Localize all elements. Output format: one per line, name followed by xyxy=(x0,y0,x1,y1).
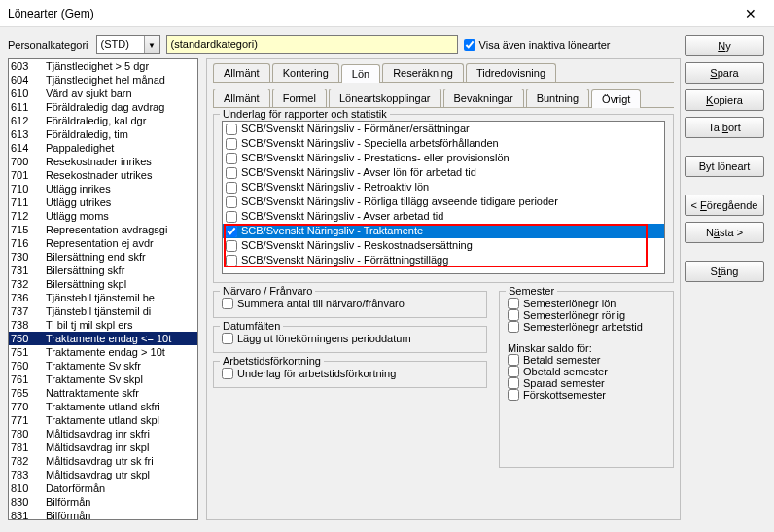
close-icon[interactable]: ✕ xyxy=(731,1,770,26)
list-item[interactable]: 761Traktamente Sv skpl xyxy=(9,372,197,386)
right-panel: AllmäntKonteringLönReseräkningTidredovis… xyxy=(206,58,681,520)
tab-löneartskopplingar[interactable]: Löneartskopplingar xyxy=(329,89,441,107)
semester-fieldset: Semester Semesterlönegr lönSemesterlöneg… xyxy=(499,291,674,468)
category-desc: (standardkategori) xyxy=(166,35,458,54)
chevron-down-icon[interactable]: ▼ xyxy=(144,36,159,53)
checklist-row[interactable]: SCB/Svenskt Näringsliv - Retroaktiv lön xyxy=(223,180,664,195)
minskar-checkbox[interactable]: Förskottsemester xyxy=(508,389,665,401)
checklist-row[interactable]: SCB/Svenskt Näringsliv - Reskostnadsersä… xyxy=(223,238,664,253)
list-item[interactable]: 700Resekostnader inrikes xyxy=(9,155,197,168)
list-item[interactable]: 610Vård av sjukt barn xyxy=(9,87,197,100)
narvaro-fieldset: Närvaro / Frånvaro Summera antal till nä… xyxy=(213,291,487,318)
list-item[interactable]: 782Måltidsavdrag utr sk fri xyxy=(9,454,197,468)
foregaende-button[interactable]: < Föregående xyxy=(685,195,764,216)
personalkat-dropdown[interactable]: (STD) ▼ xyxy=(96,35,160,54)
list-item[interactable]: 830Bilförmån xyxy=(9,495,197,509)
tab-tidredovisning[interactable]: Tidredovisning xyxy=(466,63,556,82)
semester-checkbox[interactable]: Semesterlönegr rörlig xyxy=(508,309,665,321)
list-item[interactable]: 783Måltidsavdrag utr skpl xyxy=(9,468,197,481)
kopiera-button[interactable]: Kopiera xyxy=(685,89,764,111)
checklist-row[interactable]: SCB/Svenskt Näringsliv - Avser lön för a… xyxy=(223,165,664,180)
list-item[interactable]: 738Ti bil tj mil skpl ers xyxy=(9,318,197,332)
list-item[interactable]: 765Nattraktamente skfr xyxy=(9,386,197,400)
list-item[interactable]: 711Utlägg utrikes xyxy=(9,195,197,209)
list-item[interactable]: 611Föräldraledig dag avdrag xyxy=(9,100,197,114)
underlag-checklist[interactable]: SCB/Svenskt Näringsliv - Förmåner/ersätt… xyxy=(222,121,665,274)
tab-buntning[interactable]: Buntning xyxy=(526,89,589,107)
spara-button[interactable]: Spara xyxy=(685,62,764,84)
semester-checkbox[interactable]: Semesterlönegr lön xyxy=(508,298,665,309)
list-item[interactable]: 780Måltidsavdrag inr skfri xyxy=(9,427,197,441)
list-item[interactable]: 730Bilersättning end skfr xyxy=(9,250,197,264)
checklist-row[interactable]: SCB/Svenskt Näringsliv - Avser arbetad t… xyxy=(223,209,664,224)
checklist-row[interactable]: SCB/Svenskt Näringsliv - Speciella arbet… xyxy=(223,136,664,151)
datum-checkbox[interactable]: Lägg ut lönekörningens perioddatum xyxy=(222,333,478,344)
list-item[interactable]: 771Traktamente utland skpl xyxy=(9,413,197,427)
tab-formel[interactable]: Formel xyxy=(272,89,327,107)
list-item[interactable]: 736Tjänstebil tjänstemil be xyxy=(9,291,197,304)
ny-button[interactable]: Ny xyxy=(685,35,764,56)
bytloneart-button[interactable]: Byt löneart xyxy=(685,156,764,177)
top-row: Personalkategori (STD) ▼ (standardkatego… xyxy=(0,27,774,58)
list-item[interactable]: 731Bilersättning skfr xyxy=(9,264,197,277)
list-item[interactable]: 810Datorförmån xyxy=(9,481,197,495)
underlag-fieldset: Underlag för rapporter och statistik SCB… xyxy=(213,114,674,283)
checklist-row[interactable]: SCB/Svenskt Näringsliv - Förmåner/ersätt… xyxy=(223,122,664,136)
checklist-row[interactable]: SCB/Svenskt Näringsliv - Rörliga tillägg… xyxy=(223,195,664,209)
minskar-label: Minskar saldo för: xyxy=(508,342,665,354)
side-buttons: Ny Spara Kopiera Ta bort Byt löneart < F… xyxy=(685,35,764,282)
list-item[interactable]: 716Representation ej avdr xyxy=(9,236,197,250)
narvaro-checkbox[interactable]: Summera antal till närvaro/frånvaro xyxy=(222,298,478,309)
tab-reseräkning[interactable]: Reseräkning xyxy=(382,63,464,82)
tabs-secondary: AllmäntFormelLöneartskopplingarBevakning… xyxy=(213,89,674,108)
list-item[interactable]: 737Tjänstebil tjänstemil di xyxy=(9,304,197,318)
minskar-checkbox[interactable]: Sparad semester xyxy=(508,377,665,389)
tab-kontering[interactable]: Kontering xyxy=(272,63,339,82)
list-item[interactable]: 701Resekostnader utrikes xyxy=(9,168,197,182)
minskar-checkbox[interactable]: Obetald semester xyxy=(508,366,665,377)
nasta-button[interactable]: Nästa > xyxy=(685,222,764,243)
tabort-button[interactable]: Ta bort xyxy=(685,117,764,138)
window-title: Lönearter (Gem) xyxy=(8,7,94,20)
list-item[interactable]: 604Tjänstledighet hel månad xyxy=(9,73,197,87)
semester-checkbox[interactable]: Semesterlönegr arbetstid xyxy=(508,321,665,333)
tab-bevakningar[interactable]: Bevakningar xyxy=(443,89,524,107)
list-item[interactable]: 751Traktamente endag > 10t xyxy=(9,345,197,359)
list-item[interactable]: 831Bilförmån xyxy=(9,509,197,520)
stang-button[interactable]: Stäng xyxy=(685,261,764,282)
list-item[interactable]: 750Traktamente endag <= 10t xyxy=(9,332,197,345)
tab-allmänt[interactable]: Allmänt xyxy=(213,63,270,82)
personalkat-label: Personalkategori xyxy=(8,39,88,51)
list-item[interactable]: 612Föräldraledig, kal dgr xyxy=(9,114,197,127)
minskar-checkbox[interactable]: Betald semester xyxy=(508,354,665,366)
list-item[interactable]: 770Traktamente utland skfri xyxy=(9,400,197,413)
list-item[interactable]: 603Tjänstledighet > 5 dgr xyxy=(9,59,197,73)
show-inactive-checkbox[interactable]: Visa även inaktiva lönearter xyxy=(464,39,611,51)
titlebar: Lönearter (Gem) ✕ xyxy=(0,0,774,27)
list-item[interactable]: 613Föräldraledig, tim xyxy=(9,127,197,141)
checklist-row[interactable]: SCB/Svenskt Näringsliv - Förrättningstil… xyxy=(223,253,664,267)
list-item[interactable]: 760Traktamente Sv skfr xyxy=(9,359,197,372)
tabs-primary: AllmäntKonteringLönReseräkningTidredovis… xyxy=(213,63,674,83)
loneart-list[interactable]: 603Tjänstledighet > 5 dgr604Tjänstledigh… xyxy=(8,58,198,520)
list-item[interactable]: 710Utlägg inrikes xyxy=(9,182,197,195)
checklist-row[interactable]: SCB/Svenskt Näringsliv - Prestations- el… xyxy=(223,151,664,165)
list-item[interactable]: 732Bilersättning skpl xyxy=(9,277,197,291)
list-item[interactable]: 614Pappaledighet xyxy=(9,141,197,155)
arbtid-fieldset: Arbetstidsförkortning Underlag för arbet… xyxy=(213,361,487,388)
list-item[interactable]: 712Utlägg moms xyxy=(9,209,197,223)
arbtid-checkbox[interactable]: Underlag för arbetstidsförkortning xyxy=(222,368,478,379)
checklist-row[interactable]: SCB/Svenskt Näringsliv - Traktamente xyxy=(223,224,664,238)
tab-övrigt[interactable]: Övrigt xyxy=(591,89,641,108)
list-item[interactable]: 781Måltidsavdrag inr skpl xyxy=(9,441,197,454)
list-item[interactable]: 715Representation avdragsgi xyxy=(9,223,197,236)
datum-fieldset: Datumfälten Lägg ut lönekörningens perio… xyxy=(213,326,487,353)
tab-lön[interactable]: Lön xyxy=(341,64,380,83)
tab-allmänt[interactable]: Allmänt xyxy=(213,89,270,107)
